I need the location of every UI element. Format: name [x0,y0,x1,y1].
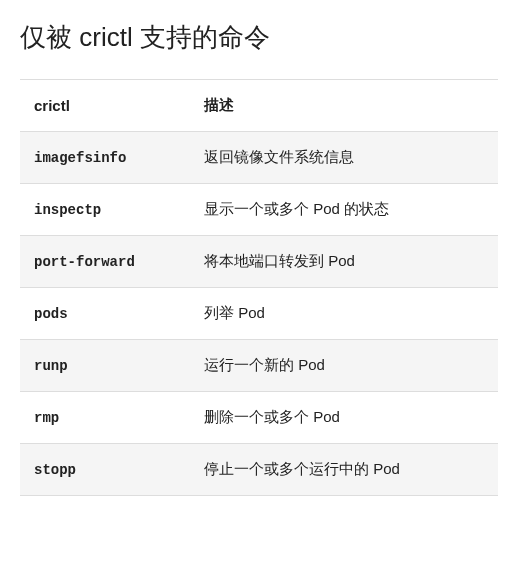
table-header-row: crictl 描述 [20,80,498,132]
table-row: runp 运行一个新的 Pod [20,340,498,392]
table-row: inspectp 显示一个或多个 Pod 的状态 [20,184,498,236]
table-row: rmp 删除一个或多个 Pod [20,392,498,444]
description-cell: 列举 Pod [190,288,498,340]
description-cell: 返回镜像文件系统信息 [190,132,498,184]
command-cell: port-forward [20,236,190,288]
command-cell: pods [20,288,190,340]
table-row: port-forward 将本地端口转发到 Pod [20,236,498,288]
table-row: pods 列举 Pod [20,288,498,340]
command-cell: imagefsinfo [20,132,190,184]
description-cell: 将本地端口转发到 Pod [190,236,498,288]
table-row: stopp 停止一个或多个运行中的 Pod [20,444,498,496]
description-cell: 运行一个新的 Pod [190,340,498,392]
command-cell: stopp [20,444,190,496]
commands-table: crictl 描述 imagefsinfo 返回镜像文件系统信息 inspect… [20,79,498,496]
command-cell: rmp [20,392,190,444]
section-heading: 仅被 crictl 支持的命令 [20,20,498,55]
table-row: imagefsinfo 返回镜像文件系统信息 [20,132,498,184]
description-cell: 停止一个或多个运行中的 Pod [190,444,498,496]
command-cell: runp [20,340,190,392]
description-cell: 删除一个或多个 Pod [190,392,498,444]
command-cell: inspectp [20,184,190,236]
column-header-description: 描述 [190,80,498,132]
description-cell: 显示一个或多个 Pod 的状态 [190,184,498,236]
column-header-crictl: crictl [20,80,190,132]
